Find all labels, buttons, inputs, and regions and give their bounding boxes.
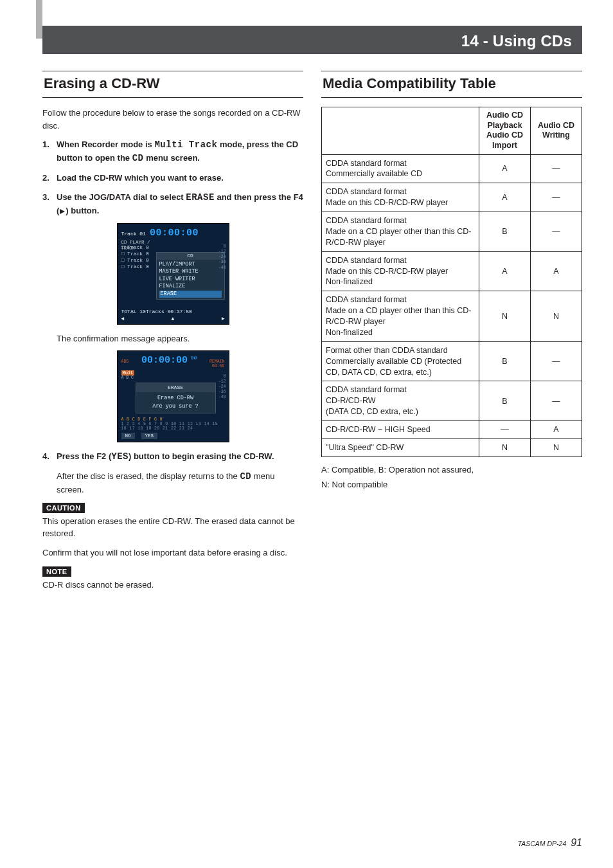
shot1-bottom-left: ◄ xyxy=(121,316,125,321)
compat-writing-val: N xyxy=(531,439,582,457)
step-1: When Recorder mode is Multi Track mode, … xyxy=(42,138,303,165)
shot1-menu-title: CD xyxy=(157,253,224,260)
compat-playback-val: B xyxy=(479,341,531,381)
procedure-steps-cont: Press the F2 (YES) button to begin erasi… xyxy=(42,450,303,464)
table-row: CDDA standard formatMade on a CD player … xyxy=(322,291,582,342)
left-column: Erasing a CD-RW Follow the procedure bel… xyxy=(42,71,303,598)
shot1-meter-4: -48 xyxy=(218,266,226,271)
compat-playback-val: A xyxy=(479,154,531,183)
step-2: Load the CD-RW which you want to erase. xyxy=(42,172,303,185)
shot1-meter-1: -12 xyxy=(218,249,226,255)
compat-desc: Format other than CDDA standardCommercia… xyxy=(322,341,479,381)
caution-p2: Confirm that you will not lose important… xyxy=(42,547,303,559)
shot2-meter-2: -24 xyxy=(218,384,226,390)
procedure-steps: When Recorder mode is Multi Track mode, … xyxy=(42,138,303,217)
compat-desc: CD-R/CD-RW ~ HIGH Speed xyxy=(322,421,479,439)
shot2-remain-label: REMAIN xyxy=(209,359,224,364)
table-row: CD-R/CD-RW ~ HIGH Speed—A xyxy=(322,421,582,439)
shot1-meter-2: -24 xyxy=(218,255,226,260)
shot1-bottom-right: ► xyxy=(222,316,225,321)
shot1-track-label: Track 01 xyxy=(121,231,146,237)
compat-playback-val: N xyxy=(479,291,531,342)
compat-playback-val: A xyxy=(479,183,531,212)
compat-writing-val: — xyxy=(531,212,582,252)
compat-tbody: CDDA standard formatCommercially availab… xyxy=(322,154,582,457)
compat-desc: "Ultra Speed" CD-RW xyxy=(322,439,479,457)
shot2-meter-1: -12 xyxy=(218,379,226,384)
step-1-mono2: CD xyxy=(132,153,144,163)
shot1-meter: 0 -12 -24 -36 -48 xyxy=(218,244,226,271)
shot1-menu-item-2: LIVE WRITER xyxy=(159,276,222,283)
shot2-dialog: ERASE Erase CD-RW Are you sure ? xyxy=(136,383,216,414)
step-2-text: Load the CD-RW which you want to erase. xyxy=(57,173,224,183)
right-column: Media Compatibility Table Audio CDPlayba… xyxy=(321,71,582,598)
table-row: CDDA standard formatMade on this CD-R/CD… xyxy=(322,251,582,291)
shot1-list-1: □ Track 0 xyxy=(121,244,149,251)
shot2-meter-4: -48 xyxy=(218,395,226,400)
compat-desc: CDDA standard formatMade on this CD-R/CD… xyxy=(322,251,479,291)
footer-page-number: 91 xyxy=(571,837,582,848)
note-badge: NOTE xyxy=(42,566,71,577)
compat-desc: CDDA standard formatMade on a CD player … xyxy=(322,291,479,342)
compat-playback-val: B xyxy=(479,381,531,421)
after-erase-mono: CD xyxy=(240,471,251,482)
shot2-btn-yes: YES xyxy=(141,433,158,439)
compat-desc: CDDA standard formatMade on a CD player … xyxy=(322,212,479,252)
step-3-mono: ERASE xyxy=(186,192,215,203)
page-footer: TASCAM DP-24 91 xyxy=(518,837,582,849)
shot1-list-2: □ Track 0 xyxy=(121,251,149,257)
shot1-menu-item-1: MASTER WRITE xyxy=(159,268,222,275)
compat-th-blank xyxy=(322,107,479,155)
shot1-menu-item-4: ERASE xyxy=(159,291,222,298)
shot1-menu-item-0: PLAY/IMPORT xyxy=(159,261,222,268)
step-4-mono: YES xyxy=(111,451,129,462)
table-row: "Ultra Speed" CD-RWNN xyxy=(322,439,582,457)
shot1-menu: CD PLAY/IMPORT MASTER WRITE LIVE WRITER … xyxy=(156,252,225,300)
shot2-meter-0: 0 xyxy=(218,374,226,379)
shot2-meter-3: -36 xyxy=(218,390,226,395)
compat-playback-val: B xyxy=(479,212,531,252)
compat-writing-val: — xyxy=(531,154,582,183)
step-3: Use the JOG/DATA dial to select ERASE an… xyxy=(42,191,303,217)
shot1-meter-0: 0 xyxy=(218,244,226,249)
caution-p1: This operation erases the entire CD-RW. … xyxy=(42,515,303,540)
page-edge-stripe xyxy=(36,0,42,39)
compat-table: Audio CDPlaybackAudio CDImport Audio CDW… xyxy=(321,107,582,457)
shot1-list-3: □ Track 0 xyxy=(121,257,149,264)
step-1-post: menu screen. xyxy=(144,153,200,163)
compat-desc: CDDA standard formatCommercially availab… xyxy=(322,154,479,183)
compat-playback-val: — xyxy=(479,421,531,439)
compat-playback-val: N xyxy=(479,439,531,457)
intro-paragraph: Follow the procedure below to erase the … xyxy=(42,107,303,132)
compat-th-playback: Audio CDPlaybackAudio CDImport xyxy=(479,107,531,155)
compat-writing-val: — xyxy=(531,183,582,212)
shot2-btn-no: NO xyxy=(121,433,135,439)
table-row: CDDA standard formatMade on this CD-R/CD… xyxy=(322,183,582,212)
shot2-buttons: NO YES xyxy=(121,433,225,439)
shot2-timecode: 00:00:00 xyxy=(141,355,188,366)
compat-legend-2: N: Not compatible xyxy=(321,478,582,492)
shot2-dialog-line1: Erase CD-RW xyxy=(136,394,215,402)
confirm-msg: The confirmation message appears. xyxy=(42,332,303,345)
note-p1: CD-R discs cannot be erased. xyxy=(42,579,303,592)
compat-writing-val: A xyxy=(531,251,582,291)
shot1-total: TOTAL 10Tracks 00:37:50 xyxy=(121,309,225,314)
shot1-bottombar: ◄ ▲ ► xyxy=(121,316,225,321)
table-row: Format other than CDDA standardCommercia… xyxy=(322,341,582,381)
step-3-pre: Use the JOG/DATA dial to select xyxy=(57,192,186,202)
section-title-compat: Media Compatibility Table xyxy=(321,71,582,98)
compat-writing-val: A xyxy=(531,421,582,439)
step-4: Press the F2 (YES) button to begin erasi… xyxy=(42,450,303,464)
step-3-post: ) button. xyxy=(66,206,99,215)
compat-th-writing: Audio CDWriting xyxy=(531,107,582,155)
shot2-timecode-small: 00 xyxy=(191,355,197,361)
shot2-tracknums: A B C D E F G H 1 2 3 4 5 6 7 8 9 10 11 … xyxy=(121,417,225,431)
after-erase: After the disc is erased, the display re… xyxy=(42,470,303,496)
shot2-meter: 0 -12 -24 -36 -48 xyxy=(218,374,226,401)
shot2-abc: A B C xyxy=(121,375,225,380)
step-1-pre: When Recorder mode is xyxy=(57,140,154,149)
compat-playback-val: A xyxy=(479,251,531,291)
shot2-dialog-line2: Are you sure ? xyxy=(136,402,215,411)
shot2-mode-badge: Mult xyxy=(121,370,135,375)
after-erase-pre: After the disc is erased, the display re… xyxy=(57,471,240,481)
